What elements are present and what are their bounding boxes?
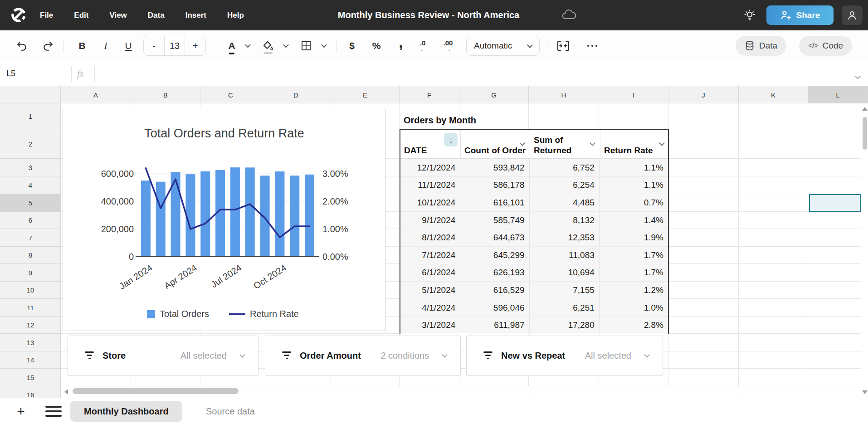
selected-cell-L5[interactable] [809, 194, 861, 212]
column-header-F[interactable]: F [400, 86, 459, 103]
menu-data[interactable]: Data [148, 11, 165, 20]
pivot-cell[interactable]: 6,251 [529, 299, 599, 317]
pivot-cell[interactable]: 585,749 [460, 212, 529, 229]
pivot-cell[interactable]: 6,254 [529, 177, 599, 194]
pivot-cell[interactable]: 1.7% [599, 247, 668, 264]
pivot-header-return-rate[interactable]: Return Rate [600, 130, 669, 159]
column-header-K[interactable]: K [739, 86, 808, 103]
pivot-table-title[interactable]: Orders by Month [404, 115, 476, 126]
scroll-down-arrow[interactable] [862, 390, 868, 394]
pivot-header-count-of-order[interactable]: Count of Order [460, 130, 530, 159]
column-header-J[interactable]: J [668, 86, 739, 103]
borders-button[interactable] [299, 40, 313, 51]
percent-format-button[interactable]: % [368, 40, 385, 51]
increase-decimals-button[interactable]: .00→ [438, 39, 458, 52]
pivot-header-date[interactable]: DATE↓ [400, 130, 460, 159]
pivot-cell[interactable]: 593,842 [460, 159, 529, 176]
scroll-up-arrow[interactable] [862, 107, 868, 111]
add-sheet-button[interactable]: + [12, 402, 30, 420]
tab-monthly-dashboard[interactable]: Monthly Dashboard [70, 401, 182, 422]
thousands-separator-button[interactable]: , [393, 33, 409, 58]
pivot-cell[interactable]: 10,694 [529, 264, 599, 282]
undo-button[interactable] [14, 40, 30, 52]
font-size-decrease-button[interactable]: - [144, 36, 164, 55]
scroll-left-arrow[interactable] [64, 389, 68, 395]
pivot-cell[interactable]: 8,132 [529, 212, 599, 229]
formula-input[interactable] [100, 61, 841, 86]
pivot-cell[interactable]: 4/1/2024 [400, 299, 460, 317]
menu-view[interactable]: View [109, 11, 127, 20]
pivot-cell[interactable]: 6/1/2024 [400, 264, 460, 282]
row-header-6[interactable]: 6 [0, 212, 61, 229]
text-color-dropdown[interactable] [243, 44, 252, 47]
fill-color-button[interactable] [261, 41, 275, 51]
chart-card[interactable]: Total Orders and Return Rate0200,000400,… [63, 109, 386, 331]
horizontal-scrollbar[interactable] [61, 386, 861, 397]
filter-chip-store[interactable]: Store All selected [68, 336, 258, 375]
pivot-cell[interactable]: 1.4% [599, 212, 668, 229]
row-header-14[interactable]: 14 [0, 351, 61, 369]
pivot-cell[interactable]: 1.7% [599, 264, 668, 282]
row-header-15[interactable]: 15 [0, 369, 61, 386]
column-header-C[interactable]: C [200, 86, 261, 103]
select-all-corner[interactable] [0, 86, 61, 103]
formula-bar-expand-chevron[interactable] [856, 72, 860, 80]
row-header-7[interactable]: 7 [0, 229, 61, 247]
menu-edit[interactable]: Edit [74, 11, 88, 20]
pivot-cell[interactable]: 8/1/2024 [400, 229, 460, 246]
row-header-2[interactable]: 2 [0, 129, 61, 159]
currency-format-button[interactable]: $ [344, 40, 360, 51]
column-header-H[interactable]: H [529, 86, 599, 103]
vertical-scrollbar[interactable] [861, 103, 868, 398]
menu-insert[interactable]: Insert [185, 11, 206, 20]
pivot-cell[interactable]: 1.9% [599, 229, 668, 246]
column-header-A[interactable]: A [61, 86, 131, 103]
font-size-value[interactable]: 13 [164, 36, 185, 55]
text-color-button[interactable]: A [225, 40, 239, 51]
pivot-cell[interactable]: 11,083 [529, 247, 599, 264]
filter-chip-order-amount[interactable]: Order Amount 2 conditions [265, 336, 461, 375]
pivot-cell[interactable]: 644,673 [460, 229, 529, 246]
pivot-cell[interactable]: 0.7% [599, 194, 668, 211]
tab-source-data[interactable]: Source data [206, 401, 255, 422]
font-size-increase-button[interactable]: + [185, 36, 205, 55]
lightbulb-icon[interactable] [743, 9, 756, 24]
menu-file[interactable]: File [40, 11, 53, 20]
chevron-down-icon[interactable] [660, 137, 664, 148]
column-header-G[interactable]: G [459, 86, 529, 103]
pivot-cell[interactable]: 5/1/2024 [400, 282, 460, 299]
row-header-5[interactable]: 5 [0, 194, 61, 212]
pivot-cell[interactable]: 645,299 [460, 247, 529, 264]
pivot-cell[interactable]: 1.0% [599, 299, 668, 317]
row-header-9[interactable]: 9 [0, 264, 61, 282]
bold-button[interactable]: B [74, 40, 90, 51]
data-panel-button[interactable]: Data [736, 36, 786, 56]
cell-reference-box[interactable]: L5 [6, 61, 15, 86]
pivot-cell[interactable]: 611,987 [460, 317, 529, 334]
code-panel-button[interactable]: </> Code [799, 36, 852, 56]
pivot-header-sum-of-returned[interactable]: Sum of Returned [530, 130, 600, 159]
document-title[interactable]: Monthly Business Review - North America [338, 0, 519, 30]
pivot-cell[interactable]: 586,178 [460, 177, 529, 194]
pivot-cell[interactable]: 596,046 [460, 299, 529, 317]
pivot-cell[interactable]: 11/1/2024 [400, 177, 460, 194]
row-header-3[interactable]: 3 [0, 159, 61, 176]
row-header-12[interactable]: 12 [0, 317, 61, 334]
account-avatar-button[interactable] [842, 5, 863, 25]
column-header-L[interactable]: L [808, 86, 868, 103]
horizontal-scroll-thumb[interactable] [73, 388, 239, 394]
decrease-decimals-button[interactable]: .0← [414, 39, 432, 52]
pivot-cell[interactable]: 12,353 [529, 229, 599, 246]
column-header-E[interactable]: E [331, 86, 400, 103]
filter-chip-new-vs-repeat[interactable]: New vs Repeat All selected [466, 336, 663, 375]
row-header-1[interactable]: 1 [0, 103, 61, 129]
column-header-I[interactable]: I [599, 86, 668, 103]
app-logo-icon[interactable] [10, 6, 27, 24]
column-header-B[interactable]: B [131, 86, 200, 103]
sheet-list-button[interactable] [45, 406, 62, 417]
pivot-cell[interactable]: 7,155 [529, 282, 599, 299]
row-header-4[interactable]: 4 [0, 176, 61, 194]
chevron-down-icon[interactable] [590, 137, 595, 148]
share-button[interactable]: Share [766, 5, 834, 25]
row-header-13[interactable]: 13 [0, 334, 61, 351]
